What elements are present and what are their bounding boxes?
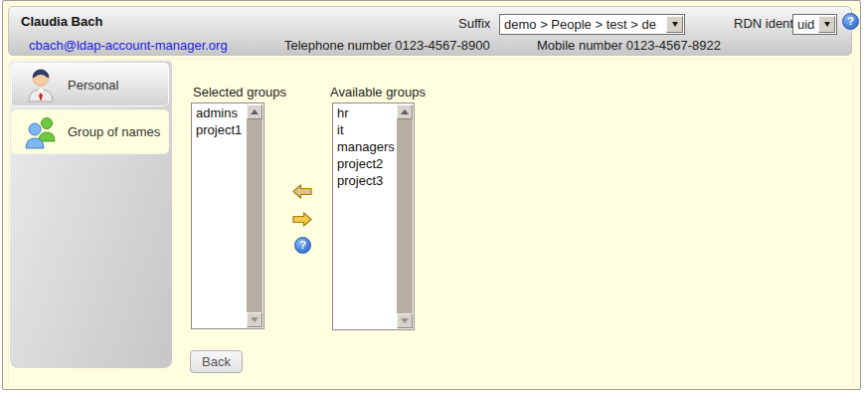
available-groups-label: Available groups <box>330 85 426 100</box>
tab-group-of-names[interactable]: Group of names <box>11 109 169 154</box>
telephone-number: Telephone number 0123-4567-8900 <box>284 38 490 53</box>
scrollbar-up-button[interactable] <box>397 104 413 119</box>
list-item[interactable]: project1 <box>192 121 247 138</box>
module-sidebar: Personal Group of names <box>10 61 172 368</box>
list-item[interactable]: project3 <box>333 172 397 189</box>
arrow-left-icon <box>292 184 312 199</box>
list-item[interactable]: it <box>333 121 397 138</box>
suffix-select-value: demo > People > test > de <box>500 17 665 32</box>
list-item[interactable]: managers <box>333 138 397 155</box>
tab-personal[interactable]: Personal <box>11 63 169 106</box>
available-groups-list[interactable]: hritmanagersproject2project3 <box>332 102 415 330</box>
suffix-select[interactable]: demo > People > test > de <box>499 14 685 35</box>
scroll-up-icon <box>401 109 409 114</box>
email-link[interactable]: cbach@ldap-account-manager.org <box>29 38 228 53</box>
telephone-label: Telephone number <box>284 38 392 53</box>
mobile-value: 0123-4567-8922 <box>626 38 721 53</box>
selected-groups-list[interactable]: adminsproject1 <box>191 102 264 329</box>
person-icon <box>24 67 58 102</box>
selected-groups-items: adminsproject1 <box>192 103 247 328</box>
chevron-down-icon <box>672 22 678 27</box>
group-icon <box>24 114 58 150</box>
user-name: Claudia Bach <box>21 14 102 29</box>
tab-personal-label: Personal <box>68 78 118 93</box>
telephone-value: 0123-4567-8900 <box>395 38 489 53</box>
scrollbar-down-button[interactable] <box>247 312 262 327</box>
list-item[interactable]: admins <box>192 104 247 121</box>
back-button[interactable]: Back <box>190 350 243 373</box>
rdn-select-arrow[interactable] <box>818 16 835 33</box>
scroll-down-icon <box>401 318 409 323</box>
tab-group-of-names-label: Group of names <box>68 124 160 139</box>
chevron-down-icon <box>824 22 830 27</box>
rdn-select[interactable]: uid <box>792 14 837 35</box>
scrollbar-track[interactable] <box>247 104 262 327</box>
rdn-select-value: uid <box>793 17 817 32</box>
scrollbar-up-button[interactable] <box>247 104 262 119</box>
arrow-right-icon <box>292 212 312 227</box>
move-right-button[interactable] <box>292 212 312 230</box>
suffix-label: Suffix <box>458 16 490 31</box>
scrollbar-track[interactable] <box>397 104 413 328</box>
lam-page: Claudia Bach Suffix demo > People > test… <box>2 0 861 390</box>
help-icon[interactable]: ? <box>842 13 859 30</box>
list-item[interactable]: hr <box>333 104 397 121</box>
suffix-select-arrow[interactable] <box>666 16 683 33</box>
account-header: Claudia Bach Suffix demo > People > test… <box>8 6 852 56</box>
help-icon[interactable]: ? <box>294 237 311 254</box>
scroll-up-icon <box>251 109 259 114</box>
selected-groups-label: Selected groups <box>193 85 286 100</box>
move-left-button[interactable] <box>292 184 312 202</box>
mobile-number: Mobile number 0123-4567-8922 <box>537 38 721 53</box>
scroll-down-icon <box>251 317 259 322</box>
mobile-label: Mobile number <box>537 38 622 53</box>
list-item[interactable]: project2 <box>333 155 397 172</box>
scrollbar-down-button[interactable] <box>397 313 413 328</box>
available-groups-items: hritmanagersproject2project3 <box>333 103 397 329</box>
